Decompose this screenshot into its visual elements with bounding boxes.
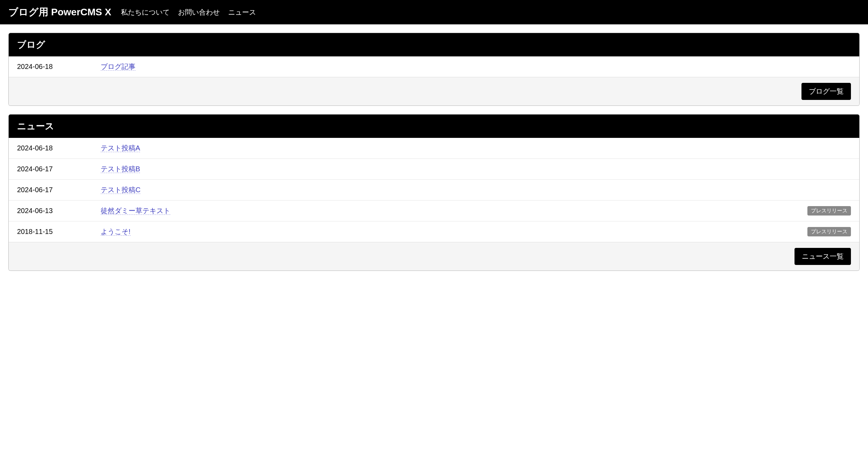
nav-link-contact[interactable]: お問い合わせ [178, 8, 220, 17]
item-link[interactable]: 徒然ダミー草テキスト [101, 207, 170, 215]
blog-panel: ブログ 2024-06-18 ブログ記事 ブログ一覧 [8, 33, 860, 106]
item-date: 2024-06-17 [17, 165, 101, 173]
brand-title[interactable]: ブログ用 PowerCMS X [8, 6, 111, 19]
news-list: 2024-06-18 テスト投稿A 2024-06-17 テスト投稿B 2024… [9, 138, 859, 242]
blog-panel-header: ブログ [9, 33, 859, 56]
item-date: 2018-11-15 [17, 228, 101, 236]
item-link[interactable]: ブログ記事 [101, 63, 135, 71]
item-link[interactable]: テスト投稿C [101, 186, 140, 194]
nav-links: 私たちについて お問い合わせ ニュース [121, 8, 256, 17]
news-panel-header: ニュース [9, 115, 859, 138]
nav-link-news[interactable]: ニュース [228, 8, 256, 17]
item-link[interactable]: ようこそ! [101, 228, 131, 236]
blog-panel-footer: ブログ一覧 [9, 77, 859, 105]
item-link[interactable]: テスト投稿B [101, 165, 140, 173]
list-item: 2024-06-13 徒然ダミー草テキスト プレスリリース [9, 201, 859, 221]
news-panel: ニュース 2024-06-18 テスト投稿A 2024-06-17 テスト投稿B… [8, 114, 860, 271]
blog-list-button[interactable]: ブログ一覧 [801, 83, 851, 100]
item-date: 2024-06-17 [17, 186, 101, 194]
item-title-wrap: ブログ記事 [101, 62, 851, 71]
news-panel-footer: ニュース一覧 [9, 242, 859, 271]
item-title-wrap: ようこそ! [101, 227, 807, 236]
navbar: ブログ用 PowerCMS X 私たちについて お問い合わせ ニュース [0, 0, 868, 24]
blog-list: 2024-06-18 ブログ記事 [9, 56, 859, 77]
list-item: 2024-06-18 ブログ記事 [9, 56, 859, 77]
item-title-wrap: テスト投稿C [101, 185, 851, 195]
item-title-wrap: 徒然ダミー草テキスト [101, 206, 807, 216]
item-date: 2024-06-18 [17, 63, 101, 71]
press-release-badge: プレスリリース [807, 206, 851, 216]
list-item: 2024-06-17 テスト投稿C [9, 180, 859, 201]
press-release-badge: プレスリリース [807, 227, 851, 236]
main-container: ブログ 2024-06-18 ブログ記事 ブログ一覧 ニュース 2024-06-… [0, 24, 868, 288]
item-link[interactable]: テスト投稿A [101, 144, 140, 152]
item-date: 2024-06-13 [17, 207, 101, 215]
list-item: 2018-11-15 ようこそ! プレスリリース [9, 221, 859, 242]
news-list-button[interactable]: ニュース一覧 [795, 248, 851, 265]
nav-link-about[interactable]: 私たちについて [121, 8, 170, 17]
item-title-wrap: テスト投稿A [101, 143, 851, 153]
list-item: 2024-06-18 テスト投稿A [9, 138, 859, 159]
list-item: 2024-06-17 テスト投稿B [9, 159, 859, 180]
item-date: 2024-06-18 [17, 144, 101, 152]
item-title-wrap: テスト投稿B [101, 164, 851, 174]
